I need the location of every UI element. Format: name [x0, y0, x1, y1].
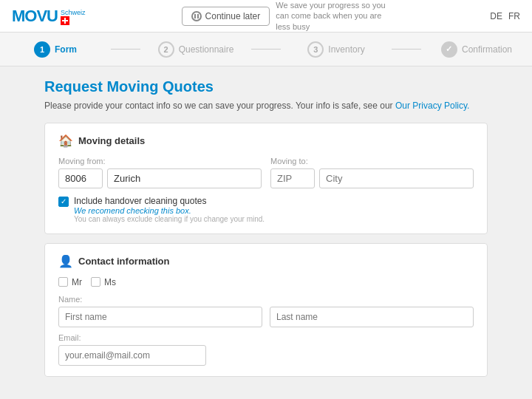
last-name-input[interactable] [270, 307, 474, 327]
privacy-policy-link[interactable]: Our Privacy Policy. [395, 100, 469, 111]
step-divider-1 [111, 49, 140, 50]
step-label-form: Form [55, 44, 77, 55]
step-confirmation: ✓ Confirmation [421, 41, 532, 58]
pause-icon [191, 11, 202, 21]
progress-bar: 1 Form 2 Questionnaire 3 Inventory ✓ Con… [0, 33, 532, 66]
step-divider-2 [251, 49, 281, 50]
radio-ms: Ms [91, 277, 116, 287]
radio-mr-box[interactable] [58, 277, 68, 287]
moving-icon: 🏠 [58, 134, 73, 148]
step-label-inventory: Inventory [328, 44, 364, 55]
cleaning-label: Include handover cleaning quotes [74, 196, 265, 206]
step-circle-4: ✓ [441, 41, 457, 58]
lang-de[interactable]: DE [490, 11, 502, 21]
moving-from-label: Moving from: [58, 157, 262, 166]
email-input[interactable] [58, 345, 206, 366]
step-questionnaire: 2 Questionnaire [140, 41, 251, 58]
continue-later-button[interactable]: Continue later [182, 7, 270, 26]
moving-to-label: Moving to: [270, 157, 474, 166]
from-zip-input[interactable] [58, 168, 103, 188]
step-circle-2: 2 [158, 41, 174, 58]
email-label: Email: [58, 333, 474, 342]
moving-to-inputs [270, 168, 474, 188]
continue-later-label: Continue later [205, 11, 261, 21]
name-row [58, 307, 474, 327]
salutation-row: Mr Ms [58, 277, 474, 287]
moving-details-title: 🏠 Moving details [58, 134, 474, 148]
radio-ms-box[interactable] [91, 277, 100, 287]
to-zip-input[interactable] [270, 168, 315, 188]
swiss-flag-icon [61, 16, 69, 25]
cleaning-recommend: We recomend checking this box. [74, 206, 265, 215]
radio-mr: Mr [58, 277, 82, 287]
logo-schweiz: Schweiz [61, 9, 86, 16]
step-circle-1: 1 [34, 41, 50, 58]
moving-details-card: 🏠 Moving details Moving from: Moving to: [44, 123, 488, 234]
radio-ms-label: Ms [104, 277, 116, 287]
page-title: Request Moving Quotes [44, 78, 488, 95]
moving-from-to-row: Moving from: Moving to: [58, 157, 474, 188]
moving-from-inputs [58, 168, 262, 188]
cleaning-checkbox-row: ✓ Include handover cleaning quotes We re… [58, 196, 474, 223]
language-switcher: DE FR [490, 11, 520, 21]
header: MOVU Schweiz Continue later We save your… [0, 0, 532, 33]
radio-mr-label: Mr [72, 277, 82, 287]
logo: MOVU Schweiz [12, 7, 86, 26]
page-subtitle: Please provide your contact info so we c… [44, 100, 488, 112]
step-circle-3: 3 [307, 41, 324, 58]
from-city-input[interactable] [107, 168, 262, 188]
step-divider-3 [392, 49, 421, 50]
step-label-confirmation: Confirmation [462, 44, 512, 55]
checkmark-icon: ✓ [61, 198, 66, 205]
logo-text: MOVU [12, 7, 58, 26]
step-form: 1 Form [0, 41, 111, 58]
cleaning-label-group: Include handover cleaning quotes We reco… [74, 196, 265, 223]
moving-from-col: Moving from: [58, 157, 262, 188]
moving-to-col: Moving to: [270, 157, 474, 188]
to-city-input[interactable] [319, 168, 474, 188]
lang-fr[interactable]: FR [508, 11, 520, 21]
header-center: Continue later We save your progress so … [86, 0, 491, 32]
cleaning-note: You can always exclude cleaning if you c… [74, 215, 265, 223]
name-label: Name: [58, 295, 474, 304]
first-name-input[interactable] [58, 307, 262, 327]
header-save-text: We save your progress so you can come ba… [276, 0, 394, 32]
contact-icon: 👤 [58, 254, 73, 268]
step-label-questionnaire: Questionnaire [179, 44, 234, 55]
cleaning-checkbox[interactable]: ✓ [58, 197, 69, 207]
main-content: Request Moving Quotes Please provide you… [0, 66, 532, 398]
contact-info-title: 👤 Contact information [58, 254, 474, 268]
contact-info-card: 👤 Contact information Mr Ms Name: Email: [44, 243, 488, 377]
step-inventory: 3 Inventory [281, 41, 392, 58]
